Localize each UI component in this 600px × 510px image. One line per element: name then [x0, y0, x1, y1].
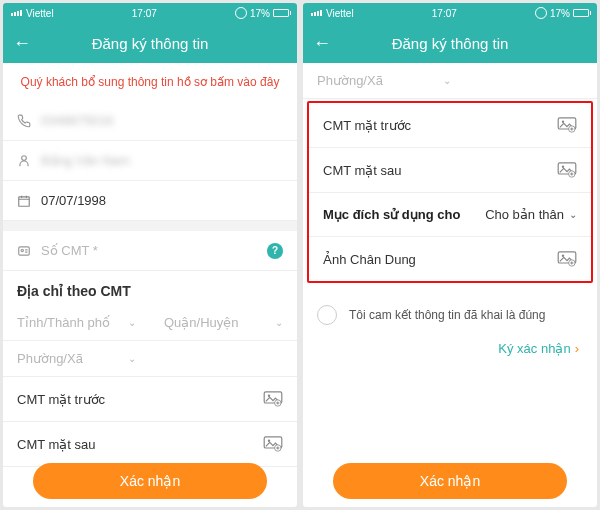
district-label: Quận/Huyện — [164, 315, 239, 330]
id-placeholder: Số CMT * — [41, 243, 267, 258]
signal-icon — [311, 10, 322, 16]
chevron-down-icon: ⌄ — [128, 317, 136, 328]
purpose-label: Mục đích sử dụng cho — [323, 207, 460, 222]
status-bar: Viettel 17:07 17% — [303, 3, 597, 23]
phone-value: 0348675016 — [41, 113, 283, 128]
district-dropdown[interactable]: Quận/Huyện ⌄ — [150, 305, 297, 340]
status-time: 17:07 — [354, 8, 535, 19]
province-dropdown[interactable]: Tỉnh/Thành phố ⌄ — [3, 305, 150, 340]
page-title: Đăng ký thông tin — [13, 35, 287, 52]
address-heading: Địa chỉ theo CMT — [3, 271, 297, 305]
id-front-label: CMT mặt trước — [323, 118, 411, 133]
id-back-upload[interactable]: CMT mặt sau — [3, 422, 297, 467]
phone-icon — [17, 114, 41, 128]
id-back-label: CMT mặt sau — [323, 163, 402, 178]
battery-pct: 17% — [250, 8, 270, 19]
carrier-label: Viettel — [26, 8, 54, 19]
nav-bar: ← Đăng ký thông tin — [303, 23, 597, 63]
commit-checkbox-row[interactable]: Tôi cam kết thông tin đã khai là đúng — [303, 285, 597, 335]
calendar-icon — [17, 194, 41, 208]
sign-label: Ký xác nhận — [498, 341, 570, 356]
person-icon — [17, 154, 41, 168]
carrier-label: Viettel — [326, 8, 354, 19]
svg-rect-2 — [19, 246, 30, 254]
checkbox-unchecked-icon[interactable] — [317, 305, 337, 325]
id-card-icon — [17, 244, 41, 258]
battery-icon — [573, 9, 589, 17]
image-upload-icon — [557, 251, 577, 267]
ward-label: Phường/Xã — [317, 73, 383, 88]
battery-icon — [273, 9, 289, 17]
phone-field[interactable]: 0348675016 — [3, 101, 297, 141]
dob-field[interactable]: 07/07/1998 — [3, 181, 297, 221]
commit-text: Tôi cam kết thông tin đã khai là đúng — [349, 308, 545, 322]
id-front-upload[interactable]: CMT mặt trước — [309, 103, 591, 148]
name-field[interactable]: Bảng Văn Nam — [3, 141, 297, 181]
province-label: Tỉnh/Thành phố — [17, 315, 110, 330]
svg-point-0 — [22, 155, 27, 160]
status-bar: Viettel 17:07 17% — [3, 3, 297, 23]
confirm-button[interactable]: Xác nhận — [333, 463, 567, 499]
highlighted-upload-section: CMT mặt trước CMT mặt sau Mục đích sử dụ… — [307, 101, 593, 283]
id-front-label: CMT mặt trước — [17, 392, 105, 407]
id-number-field[interactable]: Số CMT * ? — [3, 231, 297, 271]
portrait-label: Ảnh Chân Dung — [323, 252, 416, 267]
confirm-button[interactable]: Xác nhận — [33, 463, 267, 499]
ward-label: Phường/Xã — [17, 351, 83, 366]
battery-pct: 17% — [550, 8, 570, 19]
purpose-dropdown[interactable]: Mục đích sử dụng cho Cho bản thân ⌄ — [309, 193, 591, 237]
chevron-down-icon: ⌄ — [275, 317, 283, 328]
arrow-right-icon: › — [575, 341, 579, 356]
purpose-value: Cho bản thân — [485, 207, 564, 222]
image-upload-icon — [557, 162, 577, 178]
image-upload-icon — [557, 117, 577, 133]
alert-link[interactable]: Quý khách bổ sung thông tin hồ sơ bấm và… — [3, 63, 297, 101]
nav-bar: ← Đăng ký thông tin — [3, 23, 297, 63]
form-content: Phường/Xã ⌄ CMT mặt trước CMT mặt sau Mụ… — [303, 63, 597, 507]
chevron-down-icon: ⌄ — [443, 75, 451, 86]
id-back-label: CMT mặt sau — [17, 437, 96, 452]
help-icon[interactable]: ? — [267, 243, 283, 259]
form-content: Quý khách bổ sung thông tin hồ sơ bấm và… — [3, 63, 297, 507]
status-time: 17:07 — [54, 8, 235, 19]
dob-value: 07/07/1998 — [41, 193, 283, 208]
image-upload-icon — [263, 391, 283, 407]
chevron-down-icon: ⌄ — [569, 209, 577, 220]
id-front-upload[interactable]: CMT mặt trước — [3, 377, 297, 422]
alarm-icon — [235, 7, 247, 19]
alarm-icon — [535, 7, 547, 19]
image-upload-icon — [263, 436, 283, 452]
ward-dropdown[interactable]: Phường/Xã ⌄ — [303, 63, 465, 98]
chevron-down-icon: ⌄ — [128, 353, 136, 364]
sign-link[interactable]: Ký xác nhận› — [303, 335, 597, 370]
ward-dropdown[interactable]: Phường/Xã ⌄ — [3, 341, 150, 376]
phone-left: Viettel 17:07 17% ← Đăng ký thông tin Qu… — [3, 3, 297, 507]
svg-rect-1 — [19, 196, 30, 205]
name-value: Bảng Văn Nam — [41, 153, 283, 168]
signal-icon — [11, 10, 22, 16]
phone-right: Viettel 17:07 17% ← Đăng ký thông tin Ph… — [303, 3, 597, 507]
id-back-upload[interactable]: CMT mặt sau — [309, 148, 591, 193]
page-title: Đăng ký thông tin — [313, 35, 587, 52]
svg-point-3 — [21, 249, 23, 251]
portrait-upload[interactable]: Ảnh Chân Dung — [309, 237, 591, 281]
